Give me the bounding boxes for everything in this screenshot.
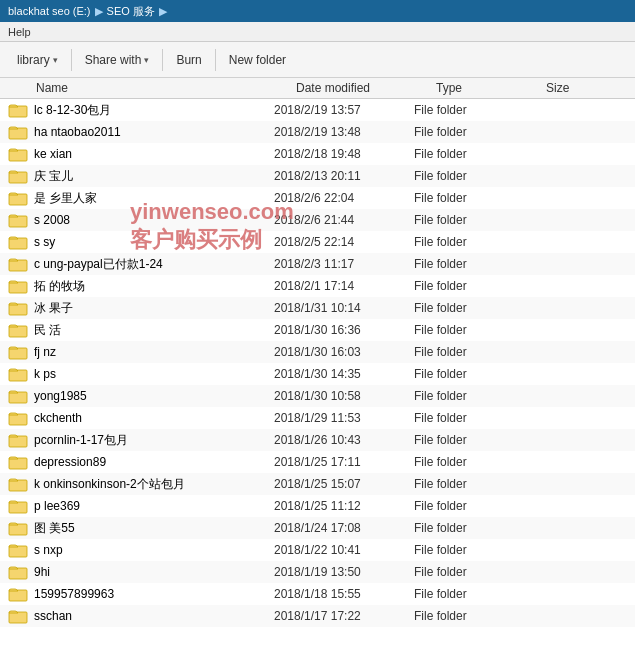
file-type: File folder	[414, 103, 524, 117]
table-row[interactable]: depression89 2018/1/25 17:11 File folder	[0, 451, 635, 473]
table-row[interactable]: s 2008 2018/2/6 21:44 File folder	[0, 209, 635, 231]
column-headers: Name Date modified Type Size	[0, 78, 635, 99]
col-header-name[interactable]: Name	[36, 81, 296, 95]
title-bar: blackhat seo (E:) ▶ SEO 服务 ▶	[0, 0, 635, 22]
file-type: File folder	[414, 323, 524, 337]
svg-rect-21	[9, 568, 27, 579]
table-row[interactable]: sschan 2018/1/17 17:22 File folder	[0, 605, 635, 627]
svg-rect-6	[9, 238, 27, 249]
file-date: 2018/1/18 15:55	[274, 587, 414, 601]
file-type: File folder	[414, 455, 524, 469]
file-type: File folder	[414, 257, 524, 271]
svg-rect-10	[9, 326, 27, 337]
table-row[interactable]: 庆 宝儿 2018/2/13 20:11 File folder	[0, 165, 635, 187]
table-row[interactable]: 拓 的牧场 2018/2/1 17:14 File folder	[0, 275, 635, 297]
file-name: s sy	[34, 235, 274, 249]
table-row[interactable]: 是 乡里人家 2018/2/6 22:04 File folder	[0, 187, 635, 209]
table-row[interactable]: 159957899963 2018/1/18 15:55 File folder	[0, 583, 635, 605]
col-header-date[interactable]: Date modified	[296, 81, 436, 95]
folder-icon	[8, 322, 28, 338]
table-row[interactable]: yong1985 2018/1/30 10:58 File folder	[0, 385, 635, 407]
burn-label: Burn	[176, 53, 201, 67]
svg-rect-22	[9, 590, 27, 601]
table-row[interactable]: ckchenth 2018/1/29 11:53 File folder	[0, 407, 635, 429]
folder-icon	[8, 586, 28, 602]
table-row[interactable]: c ung-paypal已付款1-24 2018/2/3 11:17 File …	[0, 253, 635, 275]
file-name: 是 乡里人家	[34, 190, 274, 207]
file-date: 2018/2/18 19:48	[274, 147, 414, 161]
table-row[interactable]: p lee369 2018/1/25 11:12 File folder	[0, 495, 635, 517]
help-label: Help	[8, 26, 31, 38]
file-type: File folder	[414, 125, 524, 139]
file-type: File folder	[414, 499, 524, 513]
svg-rect-16	[9, 458, 27, 469]
table-row[interactable]: pcornlin-1-17包月 2018/1/26 10:43 File fol…	[0, 429, 635, 451]
svg-rect-3	[9, 172, 27, 183]
folder-icon	[8, 168, 28, 184]
file-type: File folder	[414, 235, 524, 249]
col-header-size[interactable]: Size	[546, 81, 606, 95]
file-name: pcornlin-1-17包月	[34, 432, 274, 449]
svg-rect-8	[9, 282, 27, 293]
file-date: 2018/1/25 11:12	[274, 499, 414, 513]
svg-rect-1	[9, 128, 27, 139]
file-name: s 2008	[34, 213, 274, 227]
folder-icon	[8, 256, 28, 272]
file-date: 2018/1/24 17:08	[274, 521, 414, 535]
svg-rect-4	[9, 194, 27, 205]
svg-rect-20	[9, 546, 27, 557]
file-type: File folder	[414, 433, 524, 447]
file-name: 庆 宝儿	[34, 168, 274, 185]
file-date: 2018/1/30 16:36	[274, 323, 414, 337]
toolbar-separator-2	[162, 49, 163, 71]
share-with-button[interactable]: Share with ▾	[76, 48, 159, 72]
file-date: 2018/2/6 21:44	[274, 213, 414, 227]
share-with-arrow-icon: ▾	[144, 55, 149, 65]
help-bar: Help	[0, 22, 635, 42]
table-row[interactable]: fj nz 2018/1/30 16:03 File folder	[0, 341, 635, 363]
new-folder-button[interactable]: New folder	[220, 48, 295, 72]
file-name: p lee369	[34, 499, 274, 513]
file-date: 2018/1/17 17:22	[274, 609, 414, 623]
table-row[interactable]: ha ntaobao2011 2018/2/19 13:48 File fold…	[0, 121, 635, 143]
table-row[interactable]: k ps 2018/1/30 14:35 File folder	[0, 363, 635, 385]
file-list: yinwenseo.com 客户购买示例 lc 8-12-30包月 2018/2…	[0, 99, 635, 664]
table-row[interactable]: 民 活 2018/1/30 16:36 File folder	[0, 319, 635, 341]
table-row[interactable]: s nxp 2018/1/22 10:41 File folder	[0, 539, 635, 561]
file-type: File folder	[414, 411, 524, 425]
file-date: 2018/1/29 11:53	[274, 411, 414, 425]
file-date: 2018/1/26 10:43	[274, 433, 414, 447]
file-date: 2018/1/31 10:14	[274, 301, 414, 315]
folder-icon	[8, 520, 28, 536]
table-row[interactable]: s sy 2018/2/5 22:14 File folder	[0, 231, 635, 253]
folder-icon	[8, 454, 28, 470]
share-with-label: Share with	[85, 53, 142, 67]
folder-icon	[8, 300, 28, 316]
table-row[interactable]: 冰 果子 2018/1/31 10:14 File folder	[0, 297, 635, 319]
col-header-type[interactable]: Type	[436, 81, 546, 95]
toolbar: library ▾ Share with ▾ Burn New folder	[0, 42, 635, 78]
new-folder-label: New folder	[229, 53, 286, 67]
table-row[interactable]: ke xian 2018/2/18 19:48 File folder	[0, 143, 635, 165]
file-name: ha ntaobao2011	[34, 125, 274, 139]
library-button[interactable]: library ▾	[8, 48, 67, 72]
svg-rect-5	[9, 216, 27, 227]
table-row[interactable]: lc 8-12-30包月 2018/2/19 13:57 File folder	[0, 99, 635, 121]
table-row[interactable]: k onkinsonkinson-2个站包月 2018/1/25 15:07 F…	[0, 473, 635, 495]
file-name: sschan	[34, 609, 274, 623]
file-date: 2018/2/3 11:17	[274, 257, 414, 271]
svg-rect-12	[9, 370, 27, 381]
folder-icon	[8, 190, 28, 206]
file-name: 民 活	[34, 322, 274, 339]
svg-rect-9	[9, 304, 27, 315]
library-arrow-icon: ▾	[53, 55, 58, 65]
table-row[interactable]: 图 美55 2018/1/24 17:08 File folder	[0, 517, 635, 539]
burn-button[interactable]: Burn	[167, 48, 210, 72]
folder-icon	[8, 432, 28, 448]
file-date: 2018/2/5 22:14	[274, 235, 414, 249]
file-date: 2018/2/6 22:04	[274, 191, 414, 205]
svg-rect-7	[9, 260, 27, 271]
svg-rect-2	[9, 150, 27, 161]
file-date: 2018/2/19 13:57	[274, 103, 414, 117]
table-row[interactable]: 9hi 2018/1/19 13:50 File folder	[0, 561, 635, 583]
